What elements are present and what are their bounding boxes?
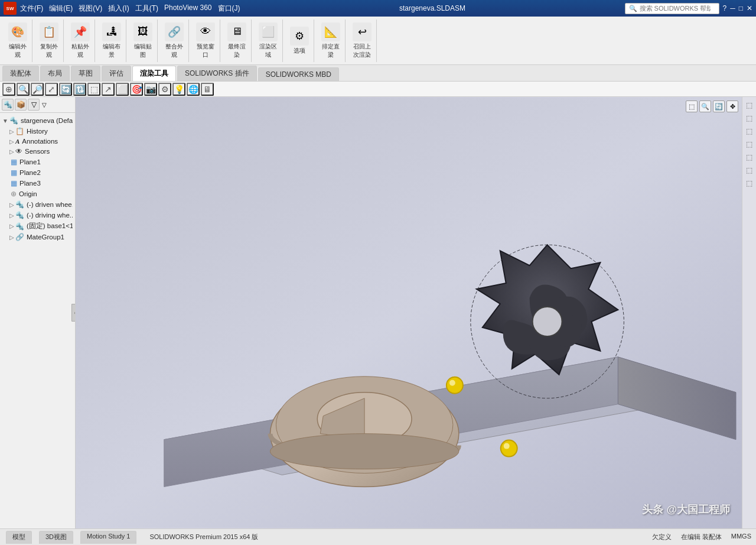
plane2-label: Plane2: [19, 169, 41, 176]
menu-insert[interactable]: 插入(I): [108, 4, 129, 14]
right-btn-2[interactable]: ⬚: [744, 112, 755, 124]
tabs-bar: 装配体 布局 草图 评估 渲染工具 SOLIDWORKS 插件 SOLIDWOR…: [0, 65, 756, 82]
menu-window[interactable]: 窗口(J): [218, 4, 240, 14]
panel-btn-1[interactable]: 🔩: [2, 99, 14, 111]
rtool-frame[interactable]: ⬚: [87, 83, 100, 96]
rtool-zoom-fit[interactable]: ⊕: [2, 83, 15, 96]
copy-appearance-button[interactable]: 📋 复制外观: [37, 21, 61, 60]
tree-origin[interactable]: ⊕ Origin: [2, 189, 73, 199]
menu-file[interactable]: 文件(F): [20, 4, 43, 14]
final-render-button[interactable]: 🖥 最终渲染: [225, 21, 249, 60]
tab-sw-mbd[interactable]: SOLIDWORKS MBD: [258, 67, 339, 81]
tree-root[interactable]: ▼ 🔩 stargeneva (Defa...: [2, 115, 73, 126]
rtool-camera[interactable]: 📷: [144, 83, 157, 96]
mategroup1-arrow: ▷: [9, 234, 14, 241]
menu-bar[interactable]: 文件(F) 编辑(E) 视图(V) 插入(I) 工具(T) PhotoView …: [20, 4, 240, 14]
origin-label: Origin: [19, 190, 37, 197]
rtool-rotate1[interactable]: 🔄: [59, 83, 72, 96]
tree-driven-wheel[interactable]: ▷ 🔩 (-) driven whee...: [2, 199, 73, 210]
rtool-zoom-out[interactable]: 🔎: [31, 83, 44, 96]
edit-scene-button[interactable]: 🏞 编辑布景: [100, 21, 123, 60]
3d-viewport[interactable]: ⬚ 🔍 🔄 ✥ 头条 @大国工程师: [76, 97, 742, 528]
menu-photoview[interactable]: PhotoView 360: [164, 4, 212, 14]
tree-driving-wheel[interactable]: ▷ 🔩 (-) driving whe...: [2, 210, 73, 220]
render-area-icon: ⬜: [259, 22, 278, 41]
panel-btn-3[interactable]: ▽: [28, 99, 40, 111]
close-button[interactable]: ✕: [747, 4, 752, 12]
final-render-icon: 🖥: [227, 22, 246, 41]
rtool-arrow[interactable]: ↗: [102, 83, 115, 96]
paste-appearance-button[interactable]: 📌 粘贴外观: [69, 21, 92, 60]
tree-plane2[interactable]: ▦ Plane2: [2, 167, 73, 178]
driven-wheel-label: (-) driven whee...: [27, 201, 73, 208]
toolbar-group-1: 🎨 编辑外观: [4, 20, 32, 62]
view-orient-button[interactable]: ⬚: [686, 100, 698, 112]
rtool-zoom-in[interactable]: 🔍: [17, 83, 30, 96]
tree-annotations[interactable]: ▷ A Annotations: [2, 137, 73, 146]
panel-btn-2[interactable]: 📦: [15, 99, 27, 111]
rtool-globe[interactable]: 🌐: [187, 83, 200, 96]
right-btn-6[interactable]: ⬚: [744, 164, 755, 176]
recall-render-button[interactable]: ↩ 召回上次渲染: [350, 21, 374, 60]
tree-plane1[interactable]: ▦ Plane1: [2, 157, 73, 167]
bottom-tab-motionstudy[interactable]: Motion Study 1: [80, 531, 136, 544]
right-btn-7[interactable]: ⬚: [744, 177, 755, 189]
tab-layout[interactable]: 布局: [40, 66, 70, 81]
rtool-settings[interactable]: ⚙: [158, 83, 171, 96]
tree-history[interactable]: ▷ 📋 History: [2, 126, 73, 137]
preview-window-button[interactable]: 👁 预览窗口: [194, 21, 217, 60]
tab-render-tools[interactable]: 渲染工具: [132, 66, 176, 81]
plane1-label: Plane1: [19, 158, 41, 166]
tree-sensors[interactable]: ▷ 👁 Sensors: [2, 146, 73, 157]
viewport-controls: ⬚ 🔍 🔄 ✥: [686, 100, 738, 112]
base1-icon: 🔩: [15, 222, 24, 231]
bottom-tab-model[interactable]: 模型: [6, 531, 32, 544]
options-button[interactable]: ⚙ 选项: [288, 25, 311, 56]
search-bar[interactable]: 🔍: [625, 3, 719, 14]
view-rotate-button[interactable]: 🔄: [713, 100, 725, 112]
view-zoom-button[interactable]: 🔍: [699, 100, 711, 112]
driving-wheel-icon: 🔩: [15, 211, 24, 219]
right-btn-5[interactable]: ⬚: [744, 151, 755, 163]
tree-mategroup1[interactable]: ▷ 🔗 MateGroup1: [2, 232, 73, 242]
position-camera-button[interactable]: 📐 排定直梁: [319, 21, 343, 60]
tree-base1[interactable]: ▷ 🔩 (固定) base1<1...: [2, 220, 73, 232]
search-input[interactable]: [640, 5, 711, 12]
right-btn-1[interactable]: ⬚: [744, 99, 755, 111]
integrate-button[interactable]: 🔗 整合外观: [162, 21, 186, 60]
rtool-square[interactable]: ⬜: [116, 83, 129, 96]
minimize-button[interactable]: ─: [730, 4, 735, 12]
tab-assembly[interactable]: 装配体: [2, 66, 39, 81]
edit-appearance-button[interactable]: 🎨 编辑外观: [6, 21, 30, 60]
rtool-expand[interactable]: ⤢: [45, 83, 58, 96]
right-btn-4[interactable]: ⬚: [744, 138, 755, 150]
integrate-icon: 🔗: [165, 22, 184, 41]
help-icon[interactable]: ?: [723, 4, 727, 12]
edit-decal-button[interactable]: 🖼 编辑贴图: [131, 21, 155, 60]
edit-appearance-label: 编辑外观: [9, 43, 27, 59]
bottom-tab-3dview[interactable]: 3D视图: [39, 531, 73, 544]
preview-window-icon: 👁: [196, 22, 215, 41]
right-btn-3[interactable]: ⬚: [744, 125, 755, 137]
copy-appearance-label: 复制外观: [40, 43, 58, 59]
rtool-target[interactable]: 🎯: [130, 83, 143, 96]
maximize-button[interactable]: □: [739, 4, 743, 12]
tab-evaluate[interactable]: 评估: [102, 66, 131, 81]
menu-edit[interactable]: 编辑(E): [49, 4, 73, 14]
rtool-rotate2[interactable]: 🔃: [73, 83, 86, 96]
tab-sw-plugins[interactable]: SOLIDWORKS 插件: [177, 66, 257, 81]
render-area-button[interactable]: ⬜ 渲染区域: [256, 21, 280, 60]
panel-collapse-handle[interactable]: ›: [71, 304, 76, 322]
watermark: 头条 @大国工程师: [642, 502, 730, 517]
menu-view[interactable]: 视图(V): [79, 4, 102, 14]
tree-plane3[interactable]: ▦ Plane3: [2, 178, 73, 189]
origin-icon: ⊕: [11, 190, 17, 198]
menu-tools[interactable]: 工具(T): [135, 4, 158, 14]
sw-version-label: SOLIDWORKS Premium 2015 x64 版: [138, 533, 651, 541]
copy-appearance-icon: 📋: [40, 22, 58, 41]
rtool-display[interactable]: 🖥: [201, 83, 214, 96]
sensors-arrow: ▷: [9, 148, 14, 155]
tab-sketch[interactable]: 草图: [71, 66, 100, 81]
view-pan-button[interactable]: ✥: [726, 100, 738, 112]
rtool-light[interactable]: 💡: [172, 83, 185, 96]
